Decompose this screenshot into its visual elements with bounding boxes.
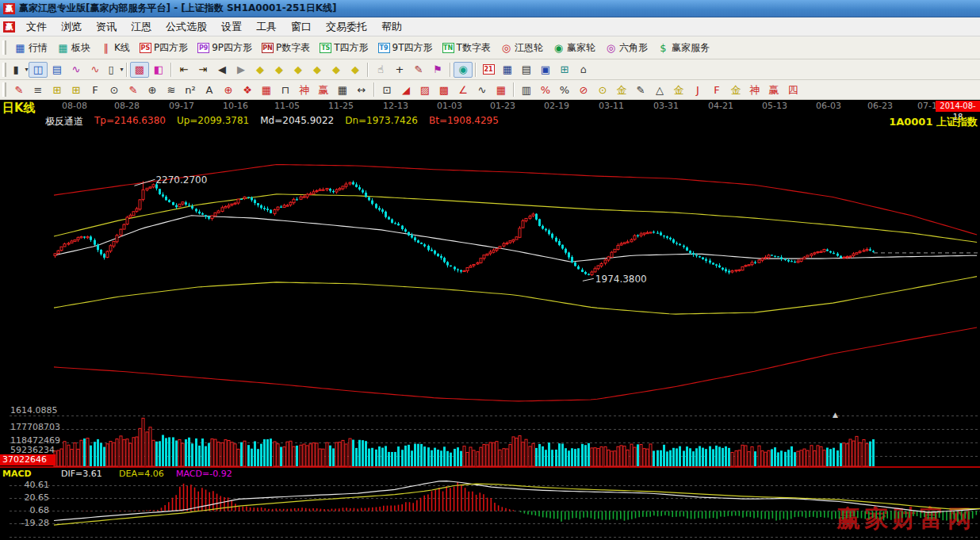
9p-square-button[interactable]: P99P四方形 [193, 39, 257, 56]
stretch-all-button[interactable]: ◆ [327, 62, 346, 78]
pencil-icon: ✎ [13, 84, 25, 96]
star-grid-tool[interactable]: ❖ [238, 82, 257, 98]
save-button[interactable]: ▣ [536, 62, 555, 78]
percent-retrace-tool[interactable]: % [536, 82, 555, 98]
menu-1[interactable]: 浏览 [54, 18, 89, 36]
brush-tool[interactable]: ✎ [124, 82, 143, 98]
angle-fan-tool[interactable]: ∠ [454, 82, 473, 98]
spiral-tool[interactable]: ⊙ [105, 82, 124, 98]
stretch-x-button[interactable]: ◆ [289, 62, 308, 78]
n-square-tool[interactable]: n² [181, 82, 200, 98]
hand-tool-button[interactable]: ☝ [371, 62, 390, 78]
menu-7[interactable]: 窗口 [284, 18, 319, 36]
shrink-x-button[interactable]: ◆ [308, 62, 327, 78]
notes-button[interactable]: ▤ [517, 62, 536, 78]
flag-button[interactable]: ⚑ [428, 62, 447, 78]
menu-6[interactable]: 工具 [249, 18, 284, 36]
indicator-name: 极反通道 [45, 115, 83, 128]
hatch-box-tool[interactable]: ▨ [415, 82, 434, 98]
ying-tool[interactable]: 赢 [314, 82, 333, 98]
gold-ray-tool[interactable]: 金 [726, 82, 745, 98]
p-table-button[interactable]: PNP数字表 [257, 39, 315, 56]
info-panel-button[interactable]: ▤ [48, 62, 67, 78]
step-lines-tool[interactable]: ⊓ [276, 82, 295, 98]
menu-5[interactable]: 设置 [214, 18, 249, 36]
ying-ray-tool[interactable]: 赢 [764, 82, 783, 98]
winner-service-button[interactable]: $赢家服务 [653, 39, 714, 56]
si-ray-tool[interactable]: 四 [783, 82, 802, 98]
quotes-button[interactable]: ▦行情 [10, 39, 52, 56]
dense-lines-tool[interactable]: ≋ [162, 82, 181, 98]
dot-line-tool[interactable]: ✎ [631, 82, 650, 98]
triangle-tool[interactable]: △ [650, 82, 669, 98]
fan-lines-tool[interactable]: ◢ [396, 82, 415, 98]
menu-8[interactable]: 交易委托 [319, 18, 374, 36]
dense-box-tool[interactable]: ▩ [434, 82, 454, 98]
macd-axis-label: 20.65 [0, 492, 49, 503]
shen-tool[interactable]: 神 [295, 82, 314, 98]
winner-wheel-button[interactable]: ◉赢家轮 [548, 39, 600, 56]
f-angle-tool[interactable]: F [707, 82, 726, 98]
zoom-out-button[interactable]: ◆ [251, 62, 270, 78]
last-page-button[interactable]: ⇥ [193, 62, 212, 78]
circle3-tool[interactable]: ⊕ [143, 82, 162, 98]
indicator-value-2: Md=2045.9022 [260, 115, 334, 128]
sectors-button[interactable]: ▦板块 [52, 39, 95, 56]
shen-ray-tool[interactable]: 神 [745, 82, 764, 98]
a-lines-tool[interactable]: A [200, 82, 219, 98]
network-button[interactable]: ⊞ [555, 62, 574, 78]
f-grid-tool[interactable]: F [86, 82, 105, 98]
pencil-tool[interactable]: ✎ [10, 82, 29, 98]
pattern-window-button[interactable]: ◫ [29, 62, 48, 78]
kline-button[interactable]: ∥K线 [95, 39, 135, 56]
menu-2[interactable]: 资讯 [89, 18, 124, 36]
t-table-button[interactable]: TNT数字表 [438, 39, 496, 56]
width-measure-tool[interactable]: ↔ [352, 82, 371, 98]
menu-9[interactable]: 帮助 [374, 18, 409, 36]
hlines-grid-tool[interactable]: ≡ [29, 82, 48, 98]
gold-line-tool[interactable]: 金 [612, 82, 631, 98]
calendar-button[interactable]: 21 [479, 62, 498, 78]
net-grid-tool[interactable]: ▦ [257, 82, 276, 98]
prev-bar-button[interactable]: ◀ [212, 62, 232, 78]
workstation-button[interactable]: ⌂ [574, 62, 593, 78]
zoom-in-button[interactable]: ◆ [270, 62, 289, 78]
menu-0[interactable]: 文件 [19, 18, 54, 36]
gold-square2-tool[interactable]: ⊞ [67, 82, 86, 98]
crosshair-button[interactable]: + [390, 62, 409, 78]
kstats-tool[interactable]: ▥ [517, 82, 536, 98]
gold-square-tool[interactable]: ⊞ [48, 82, 67, 98]
next-bar-button[interactable]: ▶ [232, 62, 251, 78]
kline-style-button[interactable]: ▮▾ [10, 62, 29, 78]
volume-profile-button[interactable]: ◧ [149, 62, 168, 78]
t-square-button[interactable]: TST四方形 [315, 39, 373, 56]
gold-angle-tool[interactable]: 金 [669, 82, 688, 98]
gann-wheel-button[interactable]: ◎江恩轮 [496, 39, 548, 56]
gann-compass-tool[interactable]: ⊕ [219, 82, 238, 98]
menu-items: 文件浏览资讯江恩公式选股设置工具窗口交易委托帮助 [19, 18, 409, 36]
wave-line-tool[interactable]: ∿ [473, 82, 492, 98]
p-square-button[interactable]: PSP四方形 [135, 39, 193, 56]
annotation-button[interactable]: ✎ [409, 62, 428, 78]
wave9-button[interactable]: ∿ [86, 62, 105, 78]
9t-square-button[interactable]: T99T四方形 [373, 39, 438, 56]
pattern-select-button[interactable]: ▩ [130, 62, 149, 78]
red-grid-tool[interactable]: ▦ [492, 82, 511, 98]
ruler123-tool[interactable]: ▦ [333, 82, 352, 98]
gold-circle-tool[interactable]: ⊙ [593, 82, 612, 98]
box-select-tool[interactable]: ⊡ [377, 82, 396, 98]
wave3-button[interactable]: ∿ [67, 62, 86, 78]
j-angle-tool[interactable]: J [688, 82, 707, 98]
menu-3[interactable]: 江恩 [124, 18, 159, 36]
date-tick: 08-08 [62, 101, 87, 111]
brain-button[interactable]: ◉ [454, 62, 473, 78]
menu-4[interactable]: 公式选股 [159, 18, 214, 36]
bar-style-button[interactable]: ▯▾ [105, 62, 124, 78]
hexagon-button[interactable]: ◎六角形 [600, 39, 653, 56]
percent-tool[interactable]: % [555, 82, 574, 98]
first-page-button[interactable]: ⇤ [174, 62, 193, 78]
percent-line-tool[interactable]: ⊘ [574, 82, 593, 98]
gold-circle-icon: ⊙ [597, 84, 609, 96]
shrink-all-button[interactable]: ◆ [346, 62, 365, 78]
calculator-button[interactable]: ▦ [498, 62, 517, 78]
